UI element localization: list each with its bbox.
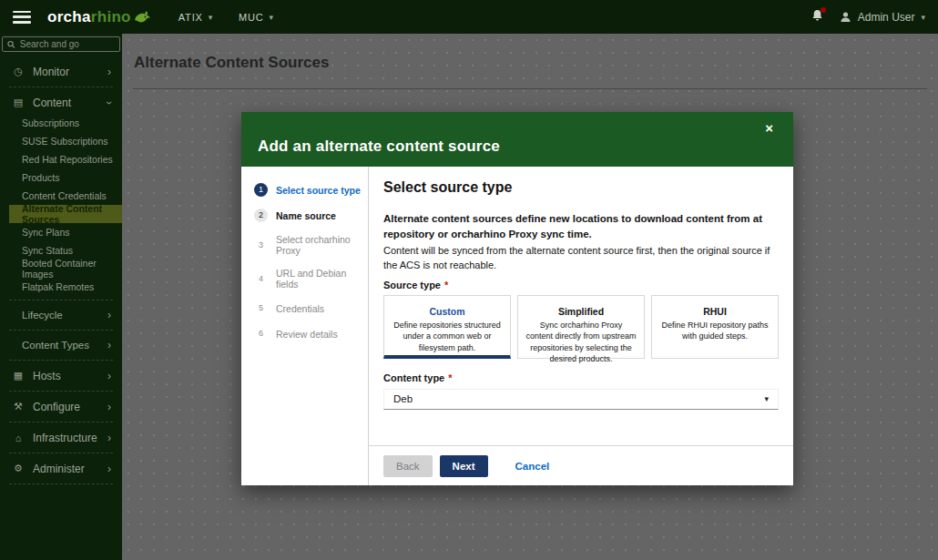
wizard-step-name-source[interactable]: 2 Name source [254,209,368,222]
sidebar-divider [9,87,113,87]
sidebar-item-flatpak-remotes[interactable]: Flatpak Remotes [0,278,122,296]
sidebar-item-suse-subscriptions[interactable]: SUSE Subscriptions [0,132,122,150]
modal-header: Add an alternate content source × [241,112,793,167]
caret-down-icon: ▾ [921,13,925,22]
notifications-button[interactable] [811,9,823,25]
wizard-content-column: Select source type Alternate content sou… [369,167,793,485]
sidebar-item-lifecycle[interactable]: Lifecycle › [0,304,122,326]
card-title: Simplified [525,306,637,317]
sidebar-item-products[interactable]: Products [0,168,122,187]
sidebar-item-configure[interactable]: ⚒ Configure › [0,395,122,418]
caret-down-icon: ▾ [269,13,273,22]
sidebar-item-infrastructure[interactable]: ⌂ Infrastructure › [0,426,122,449]
top-navigation-bar: orcharhino ATIX ▾ MUC ▾ Admin User ▾ [0,0,938,34]
step-label: Select orcharhino Proxy [276,234,368,256]
brand-text-secondary: rhino [91,8,131,26]
step-number: 3 [254,239,268,252]
close-icon[interactable]: × [765,121,773,135]
modal-title: Add an alternate content source [258,137,500,156]
hosts-icon: ▦ [11,370,25,382]
sidebar-item-booted-container-images[interactable]: Booted Container Images [0,260,122,278]
card-description: Sync orcharhino Proxy content directly f… [525,320,637,365]
step-description: Content will be synced from the alternat… [383,243,779,273]
wizard-step-url-debian-fields: 4 URL and Debian fields [254,268,368,290]
location-menu-muc[interactable]: MUC ▾ [239,12,274,23]
cancel-link[interactable]: Cancel [515,461,550,472]
sidebar: ◷ Monitor › ▤ Content › Subscriptions SU… [0,34,122,560]
sidebar-item-red-hat-repositories[interactable]: Red Hat Repositories [0,150,122,168]
sidebar-item-hosts[interactable]: ▦ Hosts › [0,364,122,387]
wizard-step-select-source-type[interactable]: 1 Select source type [254,183,368,197]
brand-text-primary: orcha [47,8,91,26]
sidebar-item-label: Content Types [22,340,89,351]
sidebar-item-monitor[interactable]: ◷ Monitor › [0,60,122,83]
hamburger-menu-icon[interactable] [13,11,31,24]
sidebar-item-label: Infrastructure [33,432,97,444]
sidebar-item-administer[interactable]: ⚙ Administer › [0,457,122,480]
orcharhino-logo[interactable]: orcharhino [47,8,151,26]
source-type-label: Source type* [383,280,779,290]
sidebar-divider [9,453,113,453]
modal-body: 1 Select source type 2 Name source 3 Sel… [241,167,793,485]
step-label: Review details [276,329,338,340]
user-name: Admin User [858,11,915,24]
page-title: Alternate Content Sources [122,34,938,72]
user-icon [840,11,851,23]
add-acs-modal: Add an alternate content source × 1 Sele… [241,112,793,485]
content-type-label: Content type* [383,372,779,383]
sidebar-item-content-credentials[interactable]: Content Credentials [0,187,122,205]
org-menu-atix[interactable]: ATIX ▾ [178,12,213,23]
selected-value: Deb [393,393,413,404]
administer-icon: ⚙ [11,463,25,474]
source-type-card-custom[interactable]: Custom Define repositories structured un… [383,295,511,359]
step-number: 4 [254,272,268,286]
label-text: Source type [383,280,441,290]
sidebar-item-label: Lifecycle [22,310,63,321]
chevron-right-icon: › [107,401,111,413]
topbar-right-group: Admin User ▾ [811,9,925,25]
wizard-steps-nav: 1 Select source type 2 Name source 3 Sel… [241,167,369,485]
step-number: 1 [254,183,268,197]
content-icon: ▤ [11,97,25,108]
chevron-down-icon: › [103,101,116,105]
search-input[interactable] [20,39,115,49]
sidebar-item-subscriptions[interactable]: Subscriptions [0,114,122,132]
step-label: Name source [276,210,336,221]
user-menu[interactable]: Admin User ▾ [840,11,925,24]
sidebar-item-label: Administer [33,463,85,475]
sidebar-item-label: Hosts [33,370,61,382]
sidebar-item-alternate-content-sources[interactable]: Alternate Content Sources [9,205,122,223]
caret-down-icon: ▾ [764,394,769,403]
sidebar-nav: ◷ Monitor › ▤ Content › Subscriptions SU… [0,55,122,484]
required-asterisk: * [444,280,448,290]
back-button[interactable]: Back [383,455,433,477]
next-button[interactable]: Next [440,455,488,477]
step-number: 6 [254,327,268,341]
sidebar-divider [9,300,113,300]
chevron-right-icon: › [107,66,111,78]
content-type-select[interactable]: Deb ▾ [383,389,779,410]
notification-badge [821,7,826,13]
step-label: Credentials [276,303,324,314]
infrastructure-icon: ⌂ [11,433,25,443]
wizard-step-select-proxy: 3 Select orcharhino Proxy [254,234,368,256]
wizard-step-review-details: 6 Review details [254,327,368,341]
rhino-logo-icon [133,10,151,25]
sidebar-item-label: Configure [33,401,80,413]
page-title-divider [133,88,927,89]
card-description: Define RHUI repository paths with guided… [659,320,770,342]
sidebar-item-sync-plans[interactable]: Sync Plans [0,223,122,241]
content-type-field: Content type* Deb ▾ [383,372,779,410]
monitor-icon: ◷ [11,66,25,77]
sidebar-item-content[interactable]: ▤ Content › [0,91,122,114]
source-type-card-rhui[interactable]: RHUI Define RHUI repository paths with g… [651,295,779,359]
sidebar-search[interactable] [2,36,120,52]
sidebar-item-label: Content [33,97,71,109]
wizard-step-credentials: 5 Credentials [254,301,368,315]
step-description-bold: Alternate content sources define new loc… [383,211,779,243]
source-type-card-simplified[interactable]: Simplified Sync orcharhino Proxy content… [517,295,645,359]
sidebar-item-content-types[interactable]: Content Types › [0,334,122,356]
card-title: RHUI [659,306,770,317]
sidebar-item-sync-status[interactable]: Sync Status [0,241,122,260]
chevron-right-icon: › [107,339,111,351]
